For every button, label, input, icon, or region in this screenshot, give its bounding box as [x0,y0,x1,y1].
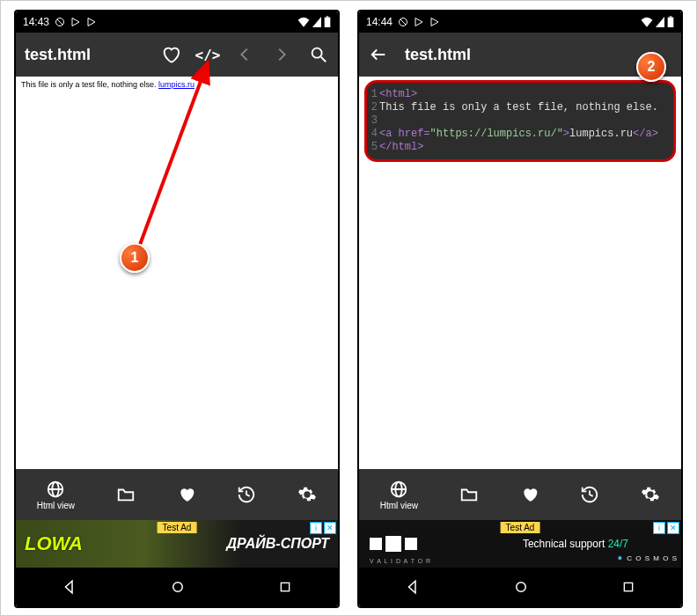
tab-favorites[interactable] [178,486,195,503]
favorite-button[interactable] [160,44,181,65]
ad-info-button[interactable]: i [310,522,322,534]
play-icon [414,17,424,27]
nav-recent[interactable] [278,580,292,594]
ad-drive-sport: ДРАЙВ-СПОРТ [226,536,329,552]
ad-tag: Test Ad [158,522,197,533]
status-bar: 14:43 [16,11,338,33]
code-box[interactable]: 1<html> 2This file is only a test file, … [364,80,676,162]
ad-close-button[interactable]: ✕ [667,522,679,534]
ad-p2p-text: Technical support 24/7 [523,538,628,550]
signal-icon [656,17,664,27]
ad-banner[interactable]: Test Ad i ✕ V A L I D A T O R Technical … [359,520,681,568]
tab-html-label: Html view [380,501,418,510]
nav-back[interactable] [62,579,77,595]
ad-banner[interactable]: Test Ad i ✕ LOWA ДРАЙВ-СПОРТ [16,520,338,568]
ad-lowa-logo: LOWA [25,532,83,555]
tab-html-label: Html view [37,501,75,510]
phone-left: 14:43 test.html </> This file is only [14,10,340,608]
wifi-icon [297,17,310,27]
status-time: 14:44 [366,16,393,28]
globe-icon [46,480,65,499]
rendered-content: This file is only a test file, nothing e… [16,77,338,469]
tab-history[interactable] [237,485,256,504]
ad-controls: i ✕ [310,522,336,534]
svg-point-19 [517,583,526,592]
rendered-link[interactable]: lumpics.ru [158,80,194,89]
tab-files[interactable] [116,485,136,504]
ad-cosmos: C O S M O S [617,554,678,562]
ad-controls: i ✕ [653,522,679,534]
ad-close-button[interactable]: ✕ [324,522,336,534]
tab-html-view[interactable]: Html view [37,480,75,510]
wifi-icon [641,17,653,27]
battery-icon [667,16,674,28]
svg-rect-10 [281,583,289,590]
tab-html-view[interactable]: Html view [380,480,418,510]
ad-p2p-subtitle: V A L I D A T O R [370,558,431,564]
play-icon-2 [429,17,440,27]
tab-settings[interactable] [297,485,317,504]
rendered-text: This file is only a test file, nothing e… [21,80,158,89]
battery-icon [324,16,331,28]
phone-right: 14:44 test.html 1<html> 2This file is on… [357,10,683,608]
gear-icon [641,485,660,504]
back-arrow-button[interactable] [368,44,389,65]
svg-line-12 [400,19,406,25]
nav-back[interactable] [405,579,421,595]
globe-icon [389,480,408,499]
heart-icon [178,486,195,503]
tab-settings[interactable] [641,485,660,504]
folder-icon [116,485,136,504]
back-button[interactable] [234,44,255,65]
svg-line-5 [321,57,326,62]
svg-point-9 [173,583,183,592]
history-icon [580,485,599,504]
history-icon [237,485,256,504]
svg-point-4 [312,48,322,58]
ad-p2p-logo [370,536,417,552]
folder-icon [459,485,479,504]
svg-rect-2 [325,18,331,27]
forward-button[interactable] [271,44,292,65]
svg-rect-13 [668,18,674,27]
android-navbar [16,568,338,606]
heart-icon [521,486,539,503]
signal-icon [312,17,321,27]
play-icon-2 [86,17,97,27]
callout-1: 1 [120,243,150,273]
dnd-icon [398,17,408,27]
status-time: 14:43 [23,16,49,28]
app-toolbar: test.html [359,33,681,77]
app-toolbar: test.html </> [16,33,338,77]
page-title: test.html [25,46,91,64]
code-toggle-button[interactable]: </> [197,44,218,65]
search-button[interactable] [308,44,329,65]
tab-files[interactable] [459,485,479,504]
callout-2: 2 [636,52,666,82]
svg-rect-14 [670,16,672,17]
dnd-icon [55,17,65,27]
status-bar: 14:44 [359,11,681,33]
svg-rect-3 [326,16,329,17]
ad-info-button[interactable]: i [653,522,665,534]
nav-recent[interactable] [621,580,635,594]
ad-tag: Test Ad [501,522,540,533]
play-icon [70,17,81,27]
bottom-tabbar: Html view [16,469,338,520]
svg-line-1 [57,19,62,25]
tab-favorites[interactable] [521,486,539,503]
gear-icon [297,485,317,504]
page-title: test.html [405,46,471,64]
nav-home[interactable] [513,579,529,595]
svg-rect-20 [624,583,632,590]
bottom-tabbar: Html view [359,469,681,520]
tab-history[interactable] [580,485,599,504]
nav-home[interactable] [170,579,186,595]
code-content: 1<html> 2This file is only a test file, … [359,77,681,469]
android-navbar [359,568,681,606]
